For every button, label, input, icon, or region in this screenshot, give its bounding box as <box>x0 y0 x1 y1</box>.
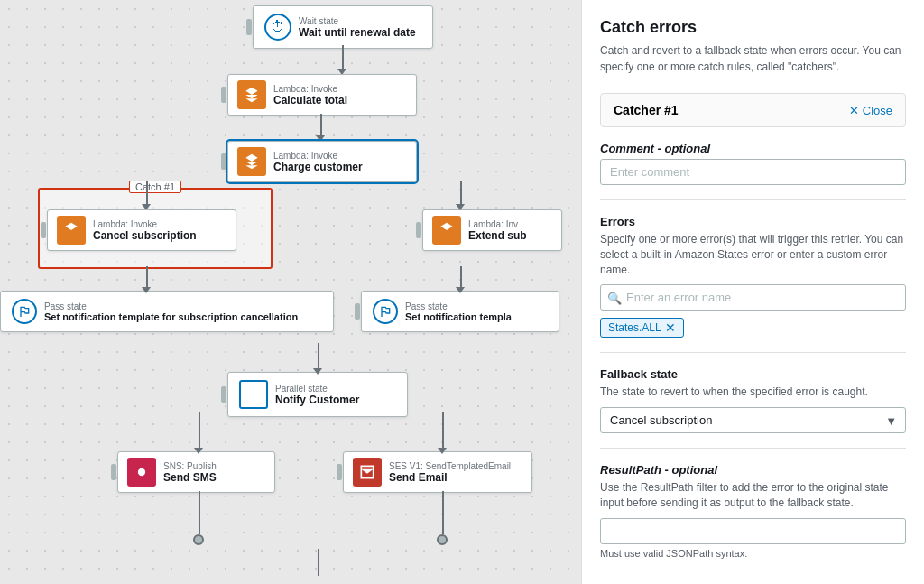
fallback-select-wrapper: Cancel subscription ▼ <box>600 407 906 433</box>
wait-state-node[interactable]: ⏱ Wait state Wait until renewal date <box>253 5 433 49</box>
svg-point-0 <box>138 468 145 476</box>
panel-title: Catch errors <box>600 18 906 37</box>
arrow-parallel <box>313 368 322 375</box>
ses-icon <box>353 458 382 487</box>
calc-handle <box>221 87 226 103</box>
pass2-type: Pass state <box>405 301 512 311</box>
charge-handle <box>221 153 226 170</box>
cancel-type: Lambda: Invoke <box>93 219 197 229</box>
resultpath-label: ResultPath - optional <box>600 463 906 477</box>
parallel-type: Parallel state <box>275 384 359 394</box>
extend-handle <box>416 222 421 238</box>
catch-errors-panel: Catch errors Catch and revert to a fallb… <box>581 0 924 584</box>
calc-name: Calculate total <box>273 94 347 107</box>
sns-type: SNS: Publish <box>163 461 217 471</box>
ses-node[interactable]: SES V1: SendTemplatedEmail Send Email <box>343 451 532 493</box>
workflow-canvas: ⏱ Wait state Wait until renewal date Lam… <box>0 0 581 584</box>
lambda-cancel-node[interactable]: Lambda: Invoke Cancel subscription <box>47 209 236 251</box>
extend-name: Extend sub <box>468 229 527 242</box>
wait-node-name: Wait until renewal date <box>299 26 416 39</box>
arrow-sns <box>194 448 203 454</box>
pass1-icon <box>12 299 37 324</box>
divider2 <box>600 352 906 353</box>
close-x-icon: ✕ <box>849 104 859 117</box>
tag-remove-button[interactable]: ✕ <box>665 321 676 334</box>
wait-icon: ⏱ <box>264 14 291 41</box>
pass2-icon <box>373 299 398 324</box>
error-search-wrapper: 🔍 <box>600 284 906 311</box>
close-label: Close <box>863 104 892 117</box>
fallback-label: Fallback state <box>600 367 906 381</box>
fallback-description: The state to revert to when the specifie… <box>600 385 906 400</box>
lambda-cancel-icon <box>57 216 86 245</box>
divider3 <box>600 448 906 449</box>
ses-type: SES V1: SendTemplatedEmail <box>389 461 511 471</box>
lambda-calc-icon <box>237 80 266 109</box>
tag-value: States.ALL <box>608 321 661 334</box>
fallback-state-select[interactable]: Cancel subscription <box>600 407 906 433</box>
comment-input[interactable] <box>600 159 906 185</box>
conn-end-sns <box>199 491 200 534</box>
ses-handle <box>337 464 342 480</box>
lambda-charge-icon <box>237 147 266 176</box>
resultpath-description: Use the ResultPath filter to add the err… <box>600 480 906 511</box>
parallel-node[interactable]: Parallel state Notify Customer <box>227 372 408 417</box>
sns-icon <box>127 458 156 487</box>
pass1-name: Set notification template for subscripti… <box>44 311 298 322</box>
end-circle-ses <box>437 534 448 545</box>
sns-handle <box>111 464 116 480</box>
pass1-type: Pass state <box>44 301 298 311</box>
errors-description: Specify one or more error(s) that will t… <box>600 232 906 277</box>
conn-bottom <box>318 549 319 576</box>
cancel-handle <box>41 222 46 238</box>
calc-type: Lambda: Invoke <box>273 84 347 94</box>
extend-type: Lambda: Inv <box>468 219 527 229</box>
end-circle-sns <box>193 534 204 545</box>
pass2-handle <box>355 303 360 320</box>
arrow-pass1 <box>142 287 151 293</box>
wait-node-handle <box>246 19 252 35</box>
pass-extend-node[interactable]: Pass state Set notification templa <box>361 291 559 332</box>
lambda-extend-icon <box>432 216 461 245</box>
charge-type: Lambda: Invoke <box>273 151 363 161</box>
catcher-header: Catcher #1 ✕ Close <box>600 93 906 127</box>
sns-name: Send SMS <box>163 471 217 484</box>
sns-node[interactable]: SNS: Publish Send SMS <box>117 451 275 493</box>
errors-label: Errors <box>600 215 906 228</box>
conn-end-ses <box>442 491 444 534</box>
charge-name: Charge customer <box>273 161 363 173</box>
panel-description: Catch and revert to a fallback state whe… <box>600 42 906 75</box>
lambda-calculate-node[interactable]: Lambda: Invoke Calculate total <box>227 74 417 116</box>
pass2-name: Set notification templa <box>405 311 512 322</box>
wait-node-type: Wait state <box>299 16 416 26</box>
conn-ses <box>442 412 444 451</box>
comment-section: Comment - optional <box>600 142 906 185</box>
error-search-input[interactable] <box>600 284 906 311</box>
conn-sns <box>199 412 200 451</box>
close-button[interactable]: ✕ Close <box>849 104 892 117</box>
resultpath-hint: Must use valid JSONPath syntax. <box>600 548 906 559</box>
catch-label: Catch #1 <box>129 181 181 193</box>
pass-cancel-node[interactable]: Pass state Set notification template for… <box>0 291 334 332</box>
resultpath-section: ResultPath - optional Use the ResultPath… <box>600 463 906 559</box>
arrow-ext <box>456 204 465 210</box>
states-all-tag: States.ALL ✕ <box>600 318 684 338</box>
ses-name: Send Email <box>389 471 511 484</box>
lambda-extend-node[interactable]: Lambda: Inv Extend sub <box>422 209 562 251</box>
comment-label: Comment - optional <box>600 142 906 155</box>
error-tag-list: States.ALL ✕ <box>600 318 906 338</box>
resultpath-input[interactable]: $.error <box>600 518 906 544</box>
cancel-name: Cancel subscription <box>93 229 197 242</box>
fallback-section: Fallback state The state to revert to wh… <box>600 367 906 433</box>
parallel-name: Notify Customer <box>275 394 359 406</box>
divider1 <box>600 199 906 200</box>
search-icon: 🔍 <box>607 291 622 304</box>
arrow-ses <box>438 448 447 454</box>
parallel-handle <box>221 386 226 403</box>
errors-section: Errors Specify one or more error(s) that… <box>600 215 906 338</box>
catcher-number: Catcher #1 <box>614 103 679 117</box>
arrow-pass2 <box>456 287 465 293</box>
lambda-charge-node[interactable]: Lambda: Invoke Charge customer <box>227 141 417 182</box>
